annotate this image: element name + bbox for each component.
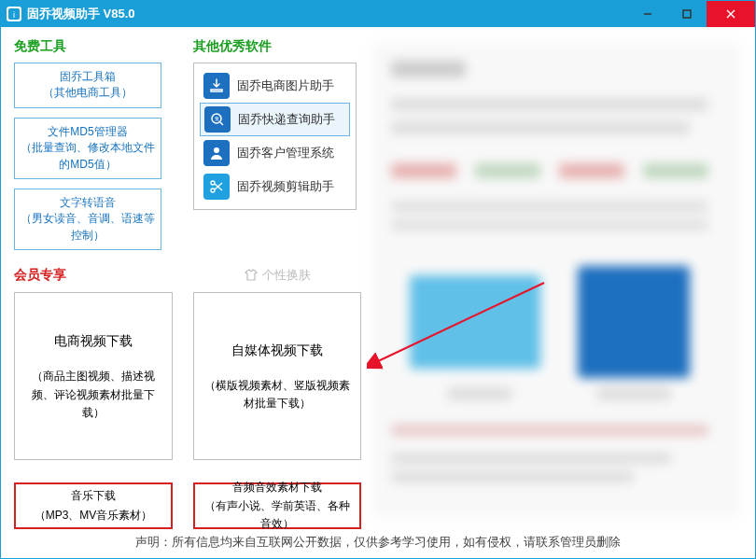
svg-line-8 — [220, 122, 223, 125]
free-tool-sublabel: （其他电商工具） — [19, 85, 157, 101]
shirt-icon — [244, 268, 259, 283]
app-icon: i — [7, 7, 21, 21]
soft-item-label: 固乔客户管理系统 — [237, 145, 334, 161]
svg-line-13 — [215, 184, 222, 190]
svg-line-6 — [727, 10, 735, 18]
free-tool-tts[interactable]: 文字转语音 （男女读音、音调、语速等控制） — [14, 189, 161, 250]
minimize-button[interactable] — [628, 1, 667, 27]
skin-link[interactable]: 个性换肤 — [244, 267, 311, 284]
soft-item-image-helper[interactable]: 固乔电商图片助手 — [200, 69, 350, 103]
soft-item-crm[interactable]: 固乔客户管理系统 — [200, 136, 350, 170]
svg-point-12 — [211, 189, 215, 192]
card-title: 电商视频下载 — [54, 330, 133, 351]
card-title: 音频音效素材下载 — [232, 479, 322, 496]
titlebar: i 固乔视频助手 V85.0 — [1, 1, 755, 27]
card-selfmedia-video[interactable]: 自媒体视频下载 （横版视频素材、竖版视频素材批量下载） — [193, 292, 361, 460]
member-title: 会员专享 — [14, 267, 66, 284]
window-controls — [628, 1, 755, 27]
card-subtitle: （商品主图视频、描述视频、评论视频素材批量下载） — [24, 368, 162, 422]
soft-item-label: 固乔快递查询助手 — [238, 111, 335, 128]
download-icon — [203, 73, 230, 99]
window-title: 固乔视频助手 V85.0 — [27, 6, 628, 22]
soft-item-express-query[interactable]: 查 固乔快递查询助手 — [200, 103, 350, 136]
maximize-button[interactable] — [667, 1, 707, 27]
svg-point-11 — [211, 181, 215, 185]
svg-line-5 — [727, 10, 735, 18]
card-title: 音乐下载 — [71, 487, 116, 505]
card-title: 自媒体视频下载 — [231, 340, 323, 360]
svg-text:i: i — [13, 10, 15, 20]
svg-line-14 — [215, 183, 222, 189]
close-button[interactable] — [707, 1, 755, 27]
free-tool-label: 文件MD5管理器 — [19, 124, 157, 140]
svg-rect-4 — [683, 10, 691, 18]
free-tool-md5[interactable]: 文件MD5管理器 （批量查询、修改本地文件的MD5值） — [14, 118, 161, 179]
member-section: 会员专享 — [14, 267, 66, 291]
soft-item-label: 固乔电商图片助手 — [237, 77, 334, 94]
disclaimer-text: 声明：所有信息均来自互联网公开数据，仅供参考学习使用，如有侵权，请联系管理员删除 — [1, 534, 755, 551]
free-tool-sublabel: （批量查询、修改本地文件的MD5值） — [19, 140, 157, 173]
preview-area-blurred — [372, 42, 740, 518]
free-tools-section: 免费工具 固乔工具箱 （其他电商工具） 文件MD5管理器 （批量查询、修改本地文… — [14, 38, 182, 259]
free-tool-label: 固乔工具箱 — [19, 69, 157, 85]
free-tools-title: 免费工具 — [14, 38, 182, 55]
free-tool-label: 文字转语音 — [19, 195, 157, 211]
other-software-panel: 固乔电商图片助手 查 固乔快递查询助手 固乔客户管理系统 — [193, 63, 357, 210]
svg-point-10 — [214, 147, 219, 153]
search-express-icon: 查 — [204, 106, 231, 133]
card-ecommerce-video[interactable]: 电商视频下载 （商品主图视频、描述视频、评论视频素材批量下载） — [14, 292, 173, 460]
free-tool-toolbox[interactable]: 固乔工具箱 （其他电商工具） — [14, 63, 161, 108]
free-tool-sublabel: （男女读音、音调、语速等控制） — [19, 211, 157, 244]
scissors-icon — [203, 174, 230, 200]
person-icon — [203, 140, 230, 166]
soft-item-label: 固乔视频剪辑助手 — [237, 178, 334, 195]
card-subtitle: （MP3、MV音乐素材） — [35, 507, 153, 524]
card-audio-download[interactable]: 音频音效素材下载 （有声小说、学前英语、各种音效） — [193, 482, 361, 529]
card-subtitle: （横版视频素材、竖版视频素材批量下载） — [203, 377, 351, 412]
svg-text:查: 查 — [215, 116, 219, 121]
card-subtitle: （有声小说、学前英语、各种音效） — [204, 497, 350, 533]
soft-item-video-editor[interactable]: 固乔视频剪辑助手 — [200, 170, 350, 203]
other-software-section: 其他优秀软件 固乔电商图片助手 查 固乔快递查询助手 — [193, 38, 366, 210]
app-body: 免费工具 固乔工具箱 （其他电商工具） 文件MD5管理器 （批量查询、修改本地文… — [1, 27, 755, 558]
app-window: i 固乔视频助手 V85.0 免费工具 固乔工具箱 （其他电商工具） 文件MD5… — [0, 0, 756, 559]
card-music-download[interactable]: 音乐下载 （MP3、MV音乐素材） — [14, 482, 173, 529]
other-software-title: 其他优秀软件 — [193, 38, 366, 55]
skin-link-label: 个性换肤 — [262, 267, 311, 284]
